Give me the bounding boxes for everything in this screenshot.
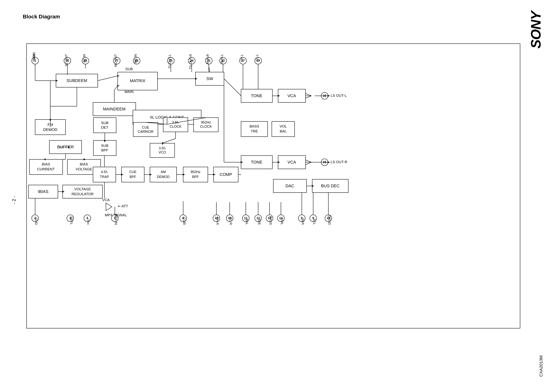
svg-rect-79 bbox=[122, 167, 144, 182]
svg-text:TONE: TONE bbox=[251, 160, 263, 165]
svg-text:SUB: SUB bbox=[101, 121, 108, 125]
svg-line-183 bbox=[224, 79, 241, 96]
svg-text:AM: AM bbox=[161, 170, 166, 174]
svg-text:TONE: TONE bbox=[251, 93, 263, 98]
svg-text:VCO: VCO bbox=[159, 151, 166, 154]
svg-text:CLOCK: CLOCK bbox=[200, 125, 212, 129]
svg-text:CL-R: CL-R bbox=[229, 217, 233, 225]
svg-text:TRE: TRE bbox=[257, 218, 261, 225]
svg-text:CH-R: CH-R bbox=[216, 217, 219, 225]
svg-text:DET: DET bbox=[101, 125, 108, 129]
svg-text:VCA: VCA bbox=[287, 93, 296, 98]
svg-text:SC IN: SC IN bbox=[83, 54, 86, 63]
svg-rect-82 bbox=[150, 167, 176, 182]
svg-rect-107 bbox=[272, 121, 295, 137]
svg-text:REGULATOR: REGULATOR bbox=[72, 192, 94, 196]
svg-text:TRE: TRE bbox=[251, 129, 258, 133]
svg-text:SC OUT: SC OUT bbox=[65, 54, 68, 66]
svg-text:MC IN: MC IN bbox=[134, 54, 138, 63]
svg-rect-47 bbox=[93, 118, 116, 133]
svg-text:4.5f₁: 4.5f₁ bbox=[101, 170, 108, 174]
svg-text:TV OUT-R: TV OUT-R bbox=[189, 54, 192, 69]
svg-marker-191 bbox=[328, 95, 330, 97]
svg-rect-104 bbox=[241, 121, 268, 137]
svg-text:BAL: BAL bbox=[280, 129, 287, 133]
svg-text:BAL: BAL bbox=[245, 219, 249, 225]
svg-text:MAIN: MAIN bbox=[124, 90, 134, 94]
svg-text:BUS DEC: BUS DEC bbox=[321, 183, 340, 188]
svg-text:MPX IN: MPX IN bbox=[114, 214, 118, 225]
svg-text:SUB: SUB bbox=[125, 67, 133, 71]
svg-text:BPF: BPF bbox=[101, 148, 108, 152]
svg-text:4: 4 bbox=[87, 217, 88, 220]
svg-line-175 bbox=[114, 86, 118, 90]
svg-text:BPF: BPF bbox=[192, 175, 199, 179]
svg-text:LS OUT-R: LS OUT-R bbox=[331, 160, 347, 164]
svg-text:MAINDEEM: MAINDEEM bbox=[103, 107, 126, 111]
svg-text:TV OUT-L: TV OUT-L bbox=[168, 54, 172, 69]
svg-text:VCA: VCA bbox=[102, 198, 110, 202]
svg-text:⇐ ATT: ⇐ ATT bbox=[118, 204, 128, 208]
svg-text:DAC: DAC bbox=[285, 183, 294, 188]
svg-text:CURRENT: CURRENT bbox=[37, 167, 55, 171]
svg-text:CH-L: CH-L bbox=[240, 54, 244, 62]
svg-text:SCL: SCL bbox=[312, 218, 316, 225]
svg-marker-96 bbox=[106, 203, 112, 211]
svg-text:DEMOD: DEMOD bbox=[157, 175, 170, 179]
svg-text:CL-L: CL-L bbox=[255, 54, 259, 61]
svg-text:BASS: BASS bbox=[269, 216, 272, 225]
svg-text:VOL: VOL bbox=[280, 124, 287, 128]
svg-text:CLOCK: CLOCK bbox=[170, 125, 182, 129]
svg-text:Vcc: Vcc bbox=[87, 219, 90, 225]
svg-text:DEMOD: DEMOD bbox=[43, 128, 57, 132]
svg-text:AUX-R: AUX-R bbox=[206, 54, 210, 64]
svg-text:SDA: SDA bbox=[301, 218, 305, 225]
svg-text:CUBI: CUBI bbox=[183, 217, 186, 225]
svg-text:COMP: COMP bbox=[220, 172, 232, 177]
svg-marker-196 bbox=[328, 161, 330, 163]
svg-text:MC OUT: MC OUT bbox=[114, 54, 117, 67]
svg-line-246 bbox=[162, 138, 175, 143]
svg-text:TRAP: TRAP bbox=[100, 175, 109, 179]
svg-text:BIAS: BIAS bbox=[80, 162, 88, 166]
svg-text:CARRIOR: CARRIOR bbox=[138, 130, 153, 134]
svg-text:SW: SW bbox=[206, 76, 213, 81]
svg-text:DGND: DGND bbox=[328, 215, 331, 225]
svg-text:BASS: BASS bbox=[250, 124, 259, 128]
svg-text:REFL: REFL bbox=[69, 217, 73, 225]
svg-text:SUB: SUB bbox=[101, 144, 108, 148]
svg-text:LS OUT-L: LS OUT-L bbox=[331, 94, 347, 98]
svg-text:VCA: VCA bbox=[287, 160, 296, 165]
svg-text:GND: GND bbox=[34, 218, 38, 225]
block-diagram-svg: 1 SUBI SUBI 30 SC OUT 28 SC IN 27 MC OUT… bbox=[0, 0, 555, 392]
svg-text:MATRIX: MATRIX bbox=[130, 78, 145, 83]
svg-text:SUBI: SUBI bbox=[32, 54, 36, 62]
svg-rect-50 bbox=[133, 122, 158, 137]
svg-line-172 bbox=[98, 76, 118, 81]
svg-text:CUE: CUE bbox=[129, 170, 137, 174]
svg-rect-70 bbox=[29, 159, 63, 174]
svg-text:952Hz: 952Hz bbox=[190, 170, 200, 174]
svg-text:VOLTAGE: VOLTAGE bbox=[76, 167, 92, 171]
svg-text:952Hz: 952Hz bbox=[201, 121, 211, 124]
svg-rect-76 bbox=[93, 167, 116, 182]
svg-text:VOL: VOL bbox=[280, 218, 284, 225]
svg-text:AUX-L: AUX-L bbox=[220, 54, 224, 64]
svg-rect-85 bbox=[183, 167, 208, 182]
svg-text:BIAS: BIAS bbox=[42, 162, 50, 166]
svg-rect-62 bbox=[93, 140, 116, 156]
svg-text:CUE: CUE bbox=[142, 126, 149, 129]
svg-text:SUBDEEM: SUBDEEM bbox=[67, 78, 87, 83]
svg-text:VOLTAGE: VOLTAGE bbox=[74, 187, 91, 191]
svg-text:IBIAS: IBIAS bbox=[38, 189, 48, 194]
svg-text:BPF: BPF bbox=[130, 175, 136, 179]
svg-text:3.5f₁: 3.5f₁ bbox=[159, 146, 166, 150]
